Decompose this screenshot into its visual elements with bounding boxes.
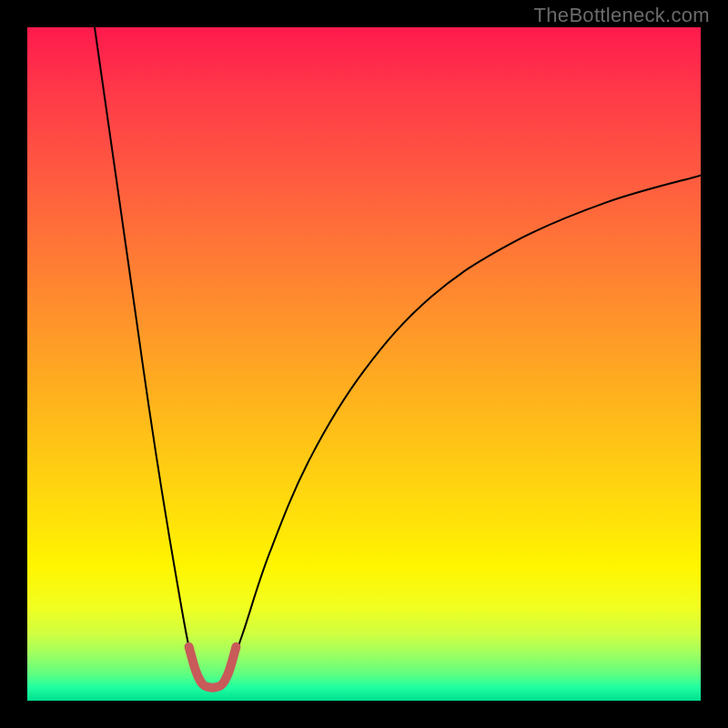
chart-svg (27, 27, 701, 701)
curve-right-ascent (226, 176, 701, 681)
plot-area (27, 27, 701, 701)
watermark-text: TheBottleneck.com (534, 4, 710, 27)
curve-valley-emphasis (189, 647, 237, 688)
chart-frame: TheBottleneck.com (0, 0, 728, 728)
curve-left-descent (95, 27, 199, 681)
